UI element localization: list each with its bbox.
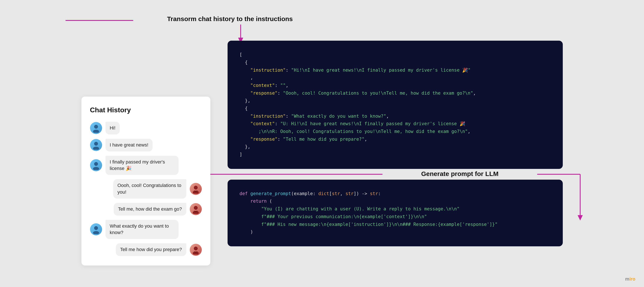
svg-point-25 (94, 226, 98, 230)
code-content: [ { "instruction": "Hi!\nI have great ne… (240, 51, 551, 159)
message-bubble: I finally passed my driver's license 🎉 (106, 156, 178, 175)
avatar (90, 122, 102, 134)
code-block-json: [ { "instruction": "Hi!\nI have great ne… (228, 41, 563, 169)
chat-title: Chat History (90, 106, 202, 114)
message-row: What exactly do you want to know? (90, 220, 202, 239)
message-bubble: What exactly do you want to know? (106, 220, 178, 239)
svg-point-27 (194, 246, 198, 250)
message-row: Tell me, how did the exam go? (90, 203, 202, 216)
chat-panel: Chat History Hi! (82, 97, 210, 265)
svg-point-19 (94, 162, 98, 166)
message-row: I finally passed my driver's license 🎉 (90, 156, 202, 175)
code-block-function: def generate_prompt(example: dict[str, s… (228, 180, 563, 246)
right-side: [ { "instruction": "Hi!\nI have great ne… (228, 41, 563, 246)
message-row: Tell me how did you prepare? (90, 243, 202, 256)
message-row: Hi! (90, 122, 202, 134)
avatar (90, 159, 102, 171)
message-bubble: Hi! (106, 122, 120, 134)
svg-point-15 (94, 125, 98, 129)
svg-point-16 (93, 130, 99, 133)
svg-point-26 (93, 231, 99, 234)
svg-rect-4 (133, 13, 326, 25)
miro-watermark: miro (625, 276, 636, 282)
avatar (190, 183, 202, 195)
svg-marker-10 (578, 215, 583, 220)
svg-point-21 (194, 186, 198, 190)
svg-point-18 (93, 147, 99, 150)
main-canvas: Transorm chat history to the instruction… (0, 0, 644, 287)
svg-point-23 (194, 206, 198, 210)
miro-text: iro (630, 276, 636, 282)
message-bubble: I have great news! (106, 139, 153, 151)
avatar (90, 139, 102, 151)
svg-text:Transorm chat history to the i: Transorm chat history to the instruction… (167, 15, 293, 22)
chat-messages: Hi! I have great news! (90, 122, 202, 256)
svg-point-20 (93, 167, 99, 170)
message-bubble: Oooh, cool! Congratulations to you! (113, 179, 186, 199)
avatar (190, 244, 202, 256)
message-row: I have great news! (90, 139, 202, 151)
svg-point-17 (94, 142, 98, 146)
message-bubble: Tell me how did you prepare? (116, 243, 186, 256)
message-bubble: Tell me, how did the exam go? (114, 203, 186, 216)
message-row: Oooh, cool! Congratulations to you! (90, 179, 202, 199)
code-content: def generate_prompt(example: dict[str, s… (240, 190, 551, 236)
avatar (190, 203, 202, 215)
avatar (90, 223, 102, 235)
